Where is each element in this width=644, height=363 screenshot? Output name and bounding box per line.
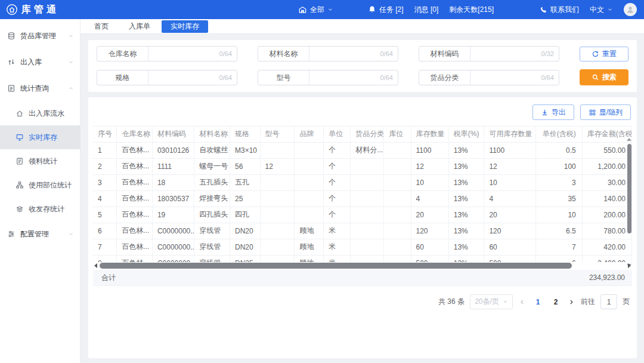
table-row[interactable]: 5百色林...19四孔插头四孔个2013%2010200.00 bbox=[93, 207, 632, 223]
tab-realtime-inventory[interactable]: 实时库存 bbox=[162, 20, 208, 33]
column-header: 型号 bbox=[260, 127, 295, 142]
table-cell: 500 bbox=[484, 255, 536, 262]
tab-inbound-order[interactable]: 入库单 bbox=[120, 20, 159, 33]
column-header: 序号 bbox=[93, 127, 117, 142]
table-cell: 780.00 bbox=[582, 223, 631, 239]
scroll-right-arrow[interactable] bbox=[628, 263, 631, 268]
table-cell: 12 bbox=[411, 158, 448, 174]
goto-page-input[interactable] bbox=[600, 294, 617, 309]
table-cell bbox=[384, 142, 411, 158]
material-code-input[interactable]: 0/32 bbox=[470, 50, 559, 57]
page-size-select[interactable]: 20条/页 bbox=[470, 294, 513, 309]
table-cell: 四孔插头 bbox=[194, 207, 230, 223]
next-page-button[interactable] bbox=[567, 299, 575, 305]
prev-page-button[interactable] bbox=[518, 299, 527, 305]
table-row[interactable]: 3百色林...18五孔插头五孔个1013%10330.00 bbox=[93, 174, 632, 190]
goods-category-input[interactable]: 0/64 bbox=[470, 74, 559, 81]
sidebar: 货品库管理出入库统计查询出入库流水实时库存领料统计使用部位统计收发存统计配置管理 bbox=[0, 19, 80, 363]
table-cell: 20 bbox=[484, 207, 536, 223]
user-avatar[interactable] bbox=[624, 3, 637, 16]
table-cell: 20 bbox=[411, 207, 448, 223]
table-cell: 10 bbox=[484, 174, 536, 190]
table-cell bbox=[351, 158, 384, 174]
inout-icon bbox=[7, 58, 16, 66]
show-hide-columns-button[interactable]: 显/隐列 bbox=[580, 104, 631, 120]
sidebar-item-in-out-flow[interactable]: 出入库流水 bbox=[0, 101, 80, 125]
field-label: 型号 bbox=[258, 70, 309, 85]
table-cell: 10 bbox=[536, 207, 583, 223]
sidebar-item-label: 使用部位统计 bbox=[29, 180, 72, 190]
table-cell: 56 bbox=[230, 158, 260, 174]
page-number-1[interactable]: 1 bbox=[532, 298, 544, 306]
table-cell: 百色林... bbox=[117, 190, 153, 207]
char-counter: 0/64 bbox=[219, 74, 232, 81]
model-input[interactable]: 0/64 bbox=[309, 74, 398, 81]
sidebar-item-material-requisition-stats[interactable]: 领料统计 bbox=[0, 149, 80, 173]
table-cell: 550.00 bbox=[582, 142, 631, 158]
column-header: 可用库存数量 bbox=[484, 127, 536, 142]
chevron-down-icon bbox=[607, 7, 613, 13]
table-cell: 五孔插头 bbox=[194, 174, 230, 190]
table-cell: 穿线管 bbox=[194, 239, 230, 255]
table-cell bbox=[260, 190, 295, 207]
reset-button[interactable]: 重置 bbox=[580, 47, 628, 61]
material-name-input[interactable]: 0/64 bbox=[309, 50, 398, 57]
table-cell: 百色林... bbox=[117, 158, 153, 174]
tasks-menu[interactable]: 任务 [2] bbox=[368, 5, 404, 15]
scope-selector[interactable]: 全部 bbox=[298, 5, 333, 15]
sidebar-item-label: 收发存统计 bbox=[29, 204, 64, 214]
table-row[interactable]: 7百色林...C0000000...穿线管DN20顾地米6013%607420.… bbox=[93, 239, 632, 255]
table-cell: 13% bbox=[448, 207, 484, 223]
tab-bar: 首页入库单实时库存 bbox=[80, 19, 644, 34]
scroll-up-arrow[interactable] bbox=[627, 138, 631, 141]
sidebar-group-statistics-query[interactable]: 统计查询 bbox=[0, 75, 80, 101]
table-cell: 60 bbox=[411, 239, 448, 255]
language-selector[interactable]: 中文 bbox=[590, 5, 613, 15]
days-remaining-badge: 剩余天数[215] bbox=[449, 5, 494, 15]
sidebar-group-in-out-warehouse[interactable]: 出入库 bbox=[0, 49, 80, 75]
column-header: 库存数量 bbox=[411, 127, 448, 142]
sidebar-item-usage-location-stats[interactable]: 使用部位统计 bbox=[0, 173, 80, 197]
table-cell bbox=[384, 223, 411, 239]
sidebar-item-receipt-dispatch-stock-stats[interactable]: 收发存统计 bbox=[0, 197, 80, 221]
table-row[interactable]: 2百色林...1111螺母一号5612个1213%121001,200.00 bbox=[93, 158, 632, 174]
warehouse-name-input[interactable]: 0/64 bbox=[148, 50, 237, 57]
horizontal-scrollbar[interactable] bbox=[94, 263, 631, 269]
filter-field-model: 型号0/64 bbox=[258, 70, 398, 85]
export-button[interactable]: 导出 bbox=[532, 104, 574, 120]
total-label: 合计 bbox=[93, 273, 116, 283]
specification-input[interactable]: 0/64 bbox=[148, 74, 237, 81]
column-header: 库位 bbox=[384, 127, 411, 142]
horizontal-scrollbar-thumb[interactable] bbox=[100, 263, 572, 269]
warehouse-icon bbox=[298, 5, 307, 14]
scroll-left-arrow[interactable] bbox=[94, 263, 97, 268]
sidebar-item-realtime-inventory[interactable]: 实时库存 bbox=[0, 125, 80, 149]
table-cell bbox=[384, 158, 411, 174]
table-row[interactable]: 1百色林...03010126自攻螺丝M3×10个材料分...110013%11… bbox=[93, 142, 632, 158]
table-cell: 120 bbox=[411, 223, 448, 239]
table-cell: 25 bbox=[230, 190, 260, 207]
vertical-scrollbar-thumb[interactable] bbox=[627, 144, 631, 233]
column-header: 材料名称 bbox=[194, 127, 230, 142]
table-cell: 13% bbox=[448, 223, 484, 239]
logo-house-icon bbox=[6, 4, 18, 16]
page-number-2[interactable]: 2 bbox=[550, 298, 562, 306]
search-button[interactable]: 搜索 bbox=[580, 69, 628, 85]
bell-icon bbox=[368, 5, 376, 14]
table-cell: 个 bbox=[324, 174, 351, 190]
contact-us-link[interactable]: 联系我们 bbox=[539, 5, 579, 15]
table-row[interactable]: 4百色林...18030537焊接弯头25个413%435140.00 bbox=[93, 190, 632, 207]
table-row[interactable]: 6百色林...C0000000...穿线管DN20顾地米12013%1206.5… bbox=[93, 223, 632, 239]
vertical-scrollbar[interactable] bbox=[627, 143, 632, 260]
sidebar-group-goods-warehouse-management[interactable]: 货品库管理 bbox=[0, 23, 80, 49]
table-cell: 个 bbox=[324, 207, 351, 223]
messages-menu[interactable]: 消息 [0] bbox=[414, 5, 439, 15]
sidebar-item-label: 出入库流水 bbox=[29, 109, 64, 119]
table-cell bbox=[384, 255, 411, 262]
table-row[interactable]: 8百色林...C0000000...穿线管DN25顾地米50013%50063,… bbox=[93, 255, 632, 262]
sidebar-group-configuration-management[interactable]: 配置管理 bbox=[0, 221, 80, 247]
inventory-table: 序号仓库名称材料编码材料名称规格型号品牌单位货品分类库位库存数量税率(%)可用库… bbox=[93, 126, 632, 262]
phone-icon bbox=[539, 5, 547, 14]
app-title: 库管通 bbox=[21, 4, 59, 16]
tab-home[interactable]: 首页 bbox=[85, 20, 117, 33]
